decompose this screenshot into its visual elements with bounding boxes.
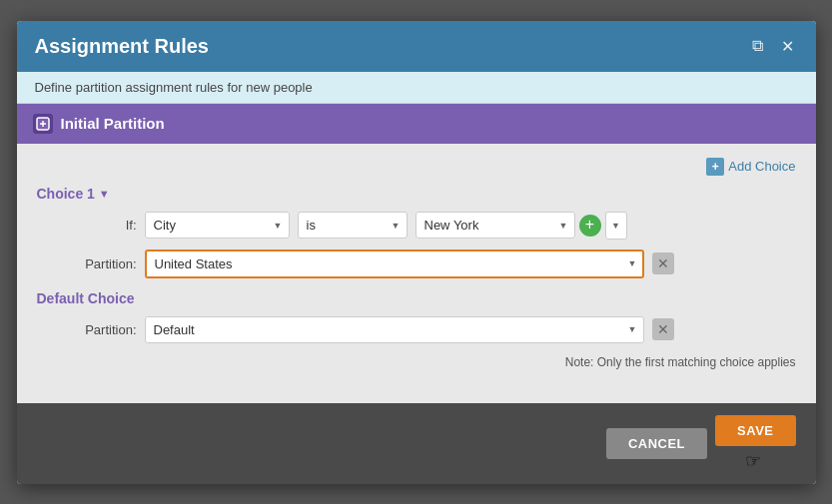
close-button[interactable]: ✕ [777,35,798,58]
city-select-wrapper: City [145,212,290,239]
partition-row-choice1: Partition: United States ✕ [37,250,796,278]
active-partition-wrapper: United States [145,250,644,278]
is-select-wrapper: is [298,212,408,239]
value-group: New York + ▼ [416,212,627,240]
partition-label-choice1: Partition: [77,256,137,271]
is-select[interactable]: is [298,212,408,239]
section-icon [33,114,53,134]
value-select[interactable]: New York [416,212,575,239]
if-row: If: City is New York + ▼ [37,212,796,240]
add-choice-button[interactable]: + Add Choice [706,158,795,176]
header-actions: ⧉ ✕ [748,35,798,58]
partition-label-default: Partition: [77,322,137,337]
remove-default-button[interactable]: ✕ [652,318,674,340]
dialog-title: Assignment Rules [35,35,209,58]
save-area: SAVE ☞ [715,415,795,472]
restore-icon: ⧉ [752,37,763,54]
save-button[interactable]: SAVE [715,415,795,446]
dialog-subtitle: Define partition assignment rules for ne… [17,72,816,104]
partition-row-default: Partition: Default ✕ [37,316,796,343]
city-select[interactable]: City [145,212,290,239]
cancel-button[interactable]: CANCEL [606,428,707,459]
default-partition-select[interactable]: Default [145,316,644,343]
default-partition-wrapper: Default [145,316,644,343]
default-choice-label: Default Choice [37,290,796,306]
choice1-label[interactable]: Choice 1 ▼ [37,186,796,202]
close-icon: ✕ [781,38,794,55]
assignment-rules-dialog: Assignment Rules ⧉ ✕ Define partition as… [17,21,816,484]
section-title: Initial Partition [61,115,165,132]
add-value-button[interactable]: + [579,215,601,237]
section-header: Initial Partition [17,104,816,144]
value-select-wrapper: New York [416,212,575,239]
note-text: Note: Only the first matching choice app… [37,355,796,369]
choice1-arrow: ▼ [99,188,110,200]
add-choice-icon: + [706,158,724,176]
dialog-body: + Add Choice Choice 1 ▼ If: City is [17,144,816,403]
dialog-header: Assignment Rules ⧉ ✕ [17,21,816,72]
restore-button[interactable]: ⧉ [748,35,767,57]
partition-select-choice1[interactable]: United States [145,250,644,278]
if-label: If: [77,218,137,233]
value-dropdown-button[interactable]: ▼ [605,212,627,240]
add-choice-label: Add Choice [728,159,795,174]
dialog-footer: CANCEL SAVE ☞ [17,403,816,484]
cursor-icon: ☞ [745,450,761,472]
add-choice-row: + Add Choice [37,158,796,176]
remove-choice1-button[interactable]: ✕ [652,252,674,274]
